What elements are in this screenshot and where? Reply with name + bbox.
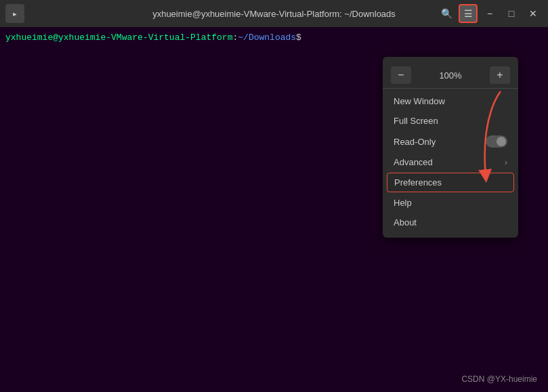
prompt-dollar: $ [296,32,301,43]
zoom-out-icon: − [398,69,404,81]
title-bar: ▸ yxhueimie@yxhueimie-VMware-Virtual-Pla… [0,0,548,27]
search-icon: 🔍 [441,8,452,19]
terminal-glyph: ▸ [12,8,18,20]
close-button[interactable]: ✕ [524,4,543,23]
close-icon: ✕ [529,8,537,19]
maximize-icon: □ [509,8,514,19]
menu-item-help-label: Help [394,198,412,208]
search-button[interactable]: 🔍 [437,4,456,23]
menu-item-new-window-label: New Window [394,96,445,106]
zoom-in-icon: + [497,69,503,81]
title-bar-controls: 🔍 ☰ − □ ✕ [437,4,543,23]
terminal-app-icon: ▸ [5,4,24,23]
minimize-icon: − [487,8,492,19]
menu-item-read-only-label: Read-Only [394,137,436,147]
hamburger-icon: ☰ [464,8,473,19]
prompt-user: yxhueimie@yxhueimie-VMware-Virtual-Platf… [5,32,232,43]
annotation-arrow [460,88,514,196]
menu-item-about-label: About [394,217,417,227]
maximize-button[interactable]: □ [502,4,521,23]
menu-item-full-screen-label: Full Screen [394,116,438,126]
window-title: yxhueimie@yxhueimie-VMware-Virtual-Platf… [152,9,396,19]
terminal-area[interactable]: yxhueimie@yxhueimie-VMware-Virtual-Platf… [0,27,548,392]
zoom-value-label: 100% [439,70,461,81]
terminal-prompt-line: yxhueimie@yxhueimie-VMware-Virtual-Platf… [5,31,543,45]
minimize-button[interactable]: − [480,4,499,23]
zoom-out-button[interactable]: − [391,66,411,84]
watermark: CSDN @YX-hueimie [461,374,537,384]
menu-item-preferences-label: Preferences [394,177,442,188]
title-bar-left: ▸ [5,4,24,23]
hamburger-menu-button[interactable]: ☰ [459,4,478,23]
zoom-row: − 100% + [383,62,518,89]
prompt-path: ~/Downloads [238,32,296,43]
menu-item-about[interactable]: About [383,213,518,232]
zoom-in-button[interactable]: + [490,66,510,84]
menu-item-advanced-label: Advanced [394,157,433,167]
